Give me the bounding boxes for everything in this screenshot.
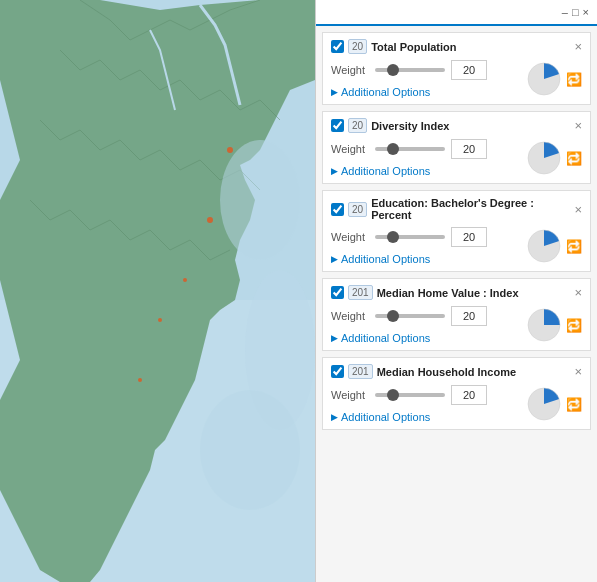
weight-input-total-population[interactable] [451,60,487,80]
card-header-left: 20 Diversity Index [331,118,449,133]
svg-point-9 [138,378,142,382]
card-title-median-home-value: Median Home Value : Index [377,287,519,299]
card-header-left: 20 Education: Bachelor's Degree : Percen… [331,197,574,221]
weight-label-education-bachelors: Weight [331,231,369,243]
share-icon-median-home-value[interactable]: 🔁 [566,318,582,333]
card-right-total-population: 🔁 [526,61,582,97]
criterion-checkbox-diversity-index[interactable] [331,119,344,132]
criterion-checkbox-total-population[interactable] [331,40,344,53]
criterion-card-diversity-index: 20 Diversity Index × Weight ▶ Additional… [322,111,591,184]
card-close-total-population[interactable]: × [574,40,582,53]
card-title-diversity-index: Diversity Index [371,120,449,132]
criterion-checkbox-education-bachelors[interactable] [331,203,344,216]
card-weight-row-total-population: Weight [331,60,526,80]
card-middle-median-home-value: Weight ▶ Additional Options 🔁 [331,306,582,344]
card-header-left: 201 Median Home Value : Index [331,285,519,300]
card-middle-education-bachelors: Weight ▶ Additional Options 🔁 [331,227,582,265]
svg-point-7 [183,278,187,282]
card-right-education-bachelors: 🔁 [526,228,582,264]
card-weight-row-diversity-index: Weight [331,139,526,159]
year-badge-total-population: 20 [348,39,367,54]
year-badge-median-household-income: 201 [348,364,373,379]
svg-point-4 [200,390,300,510]
criterion-card-median-home-value: 201 Median Home Value : Index × Weight ▶… [322,278,591,351]
chevron-right-icon-median-household-income: ▶ [331,412,338,422]
weight-label-median-home-value: Weight [331,310,369,322]
additional-options-diversity-index[interactable]: ▶ Additional Options [331,165,526,177]
card-middle-total-population: Weight ▶ Additional Options 🔁 [331,60,582,98]
card-middle-left-education-bachelors: Weight ▶ Additional Options [331,227,526,265]
criterion-checkbox-median-home-value[interactable] [331,286,344,299]
weight-label-median-household-income: Weight [331,389,369,401]
additional-options-label-median-home-value: Additional Options [341,332,430,344]
minimize-button[interactable]: – [562,6,568,18]
card-right-median-home-value: 🔁 [526,307,582,343]
card-middle-left-total-population: Weight ▶ Additional Options [331,60,526,98]
card-close-diversity-index[interactable]: × [574,119,582,132]
card-close-median-household-income[interactable]: × [574,365,582,378]
map-area[interactable] [0,0,315,582]
card-middle-left-diversity-index: Weight ▶ Additional Options [331,139,526,177]
svg-point-2 [220,140,300,260]
svg-point-8 [158,318,162,322]
weight-label-total-population: Weight [331,64,369,76]
year-badge-median-home-value: 201 [348,285,373,300]
chevron-right-icon-diversity-index: ▶ [331,166,338,176]
additional-options-median-household-income[interactable]: ▶ Additional Options [331,411,526,423]
pie-chart-diversity-index [526,140,562,176]
card-middle-diversity-index: Weight ▶ Additional Options 🔁 [331,139,582,177]
svg-point-5 [227,147,233,153]
additional-options-education-bachelors[interactable]: ▶ Additional Options [331,253,526,265]
criterion-card-median-household-income: 201 Median Household Income × Weight ▶ A… [322,357,591,430]
card-header-left: 201 Median Household Income [331,364,516,379]
card-middle-left-median-household-income: Weight ▶ Additional Options [331,385,526,423]
card-weight-row-education-bachelors: Weight [331,227,526,247]
card-middle-left-median-home-value: Weight ▶ Additional Options [331,306,526,344]
additional-options-label-total-population: Additional Options [341,86,430,98]
card-right-diversity-index: 🔁 [526,140,582,176]
weight-slider-total-population[interactable] [375,68,445,72]
card-right-median-household-income: 🔁 [526,386,582,422]
card-close-median-home-value[interactable]: × [574,286,582,299]
year-badge-diversity-index: 20 [348,118,367,133]
restore-button[interactable]: □ [572,6,579,18]
share-icon-median-household-income[interactable]: 🔁 [566,397,582,412]
weight-label-diversity-index: Weight [331,143,369,155]
additional-options-label-education-bachelors: Additional Options [341,253,430,265]
weight-slider-diversity-index[interactable] [375,147,445,151]
pie-chart-education-bachelors [526,228,562,264]
card-header: 20 Total Population × [331,39,582,54]
card-title-median-household-income: Median Household Income [377,366,516,378]
additional-options-label-diversity-index: Additional Options [341,165,430,177]
additional-options-median-home-value[interactable]: ▶ Additional Options [331,332,526,344]
card-header: 201 Median Household Income × [331,364,582,379]
weight-input-diversity-index[interactable] [451,139,487,159]
share-icon-total-population[interactable]: 🔁 [566,72,582,87]
criterion-checkbox-median-household-income[interactable] [331,365,344,378]
weight-slider-median-household-income[interactable] [375,393,445,397]
card-close-education-bachelors[interactable]: × [574,203,582,216]
weight-input-median-household-income[interactable] [451,385,487,405]
card-middle-median-household-income: Weight ▶ Additional Options 🔁 [331,385,582,423]
pie-chart-median-household-income [526,386,562,422]
card-title-total-population: Total Population [371,41,456,53]
suitability-panel: – □ × 20 Total Population × Weight [315,0,597,582]
svg-point-6 [207,217,213,223]
close-button[interactable]: × [583,6,589,18]
weight-slider-median-home-value[interactable] [375,314,445,318]
year-badge-education-bachelors: 20 [348,202,367,217]
pie-chart-median-home-value [526,307,562,343]
weight-input-median-home-value[interactable] [451,306,487,326]
criterion-card-education-bachelors: 20 Education: Bachelor's Degree : Percen… [322,190,591,272]
panel-body: 20 Total Population × Weight ▶ Additiona… [316,26,597,582]
panel-controls[interactable]: – □ × [562,6,589,18]
additional-options-total-population[interactable]: ▶ Additional Options [331,86,526,98]
criterion-card-total-population: 20 Total Population × Weight ▶ Additiona… [322,32,591,105]
weight-slider-education-bachelors[interactable] [375,235,445,239]
additional-options-label-median-household-income: Additional Options [341,411,430,423]
card-header-left: 20 Total Population [331,39,456,54]
weight-input-education-bachelors[interactable] [451,227,487,247]
share-icon-diversity-index[interactable]: 🔁 [566,151,582,166]
card-header: 20 Diversity Index × [331,118,582,133]
share-icon-education-bachelors[interactable]: 🔁 [566,239,582,254]
